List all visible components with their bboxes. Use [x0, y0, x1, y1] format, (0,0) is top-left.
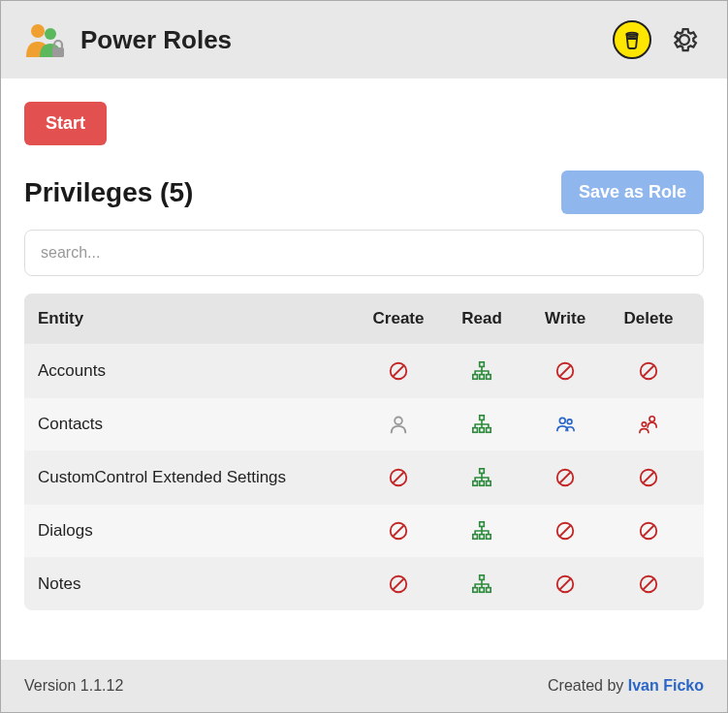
priv-read-cell[interactable] — [440, 520, 523, 542]
priv-create-cell[interactable] — [357, 414, 440, 435]
privileges-table: Entity Create Read Write Delete Accounts… — [24, 294, 704, 610]
table-header-row: Entity Create Read Write Delete — [24, 294, 704, 344]
priv-write-cell[interactable] — [523, 520, 607, 542]
svg-line-33 — [644, 473, 654, 483]
priv-none-icon — [638, 360, 659, 382]
priv-read-cell[interactable] — [440, 467, 523, 488]
start-button[interactable]: Start — [24, 102, 107, 145]
priv-create-cell[interactable] — [357, 467, 440, 488]
priv-org-icon — [471, 520, 492, 542]
svg-rect-7 — [480, 362, 485, 367]
app-header: Power Roles — [1, 1, 727, 78]
created-by: Created by Ivan Ficko — [548, 677, 704, 695]
svg-line-41 — [560, 526, 571, 537]
svg-rect-17 — [473, 428, 478, 433]
svg-line-51 — [560, 579, 571, 590]
col-header-create: Create — [373, 309, 425, 328]
entity-name: Accounts — [38, 361, 357, 381]
header-actions — [613, 20, 704, 59]
svg-rect-36 — [480, 522, 485, 527]
svg-rect-27 — [473, 481, 478, 486]
priv-read-cell[interactable] — [440, 414, 523, 435]
author-link[interactable]: Ivan Ficko — [628, 677, 704, 694]
entity-name: CustomControl Extended Settings — [38, 468, 357, 487]
priv-write-cell[interactable] — [523, 360, 607, 382]
priv-delete-cell[interactable] — [607, 467, 690, 488]
col-header-entity: Entity — [38, 309, 357, 328]
svg-rect-19 — [487, 428, 491, 433]
priv-delete-cell[interactable] — [607, 520, 690, 542]
svg-rect-16 — [480, 416, 485, 420]
svg-line-6 — [394, 366, 404, 377]
svg-point-22 — [649, 417, 655, 422]
svg-rect-48 — [480, 588, 485, 593]
svg-rect-26 — [480, 469, 485, 474]
priv-read-cell[interactable] — [440, 360, 523, 382]
app-root: Power Roles Start Privileges (5) Save — [0, 0, 728, 713]
priv-user-icon — [388, 414, 409, 435]
svg-rect-9 — [480, 375, 485, 380]
priv-create-cell[interactable] — [357, 520, 440, 542]
priv-write-cell[interactable] — [523, 414, 607, 435]
cup-icon — [621, 29, 643, 50]
svg-line-35 — [394, 526, 404, 537]
svg-rect-39 — [487, 535, 491, 540]
svg-rect-47 — [473, 588, 478, 593]
settings-button[interactable] — [665, 20, 704, 59]
svg-point-0 — [31, 24, 45, 38]
svg-point-21 — [567, 419, 572, 424]
gear-icon — [670, 25, 699, 54]
priv-org-icon — [471, 467, 492, 488]
svg-point-20 — [559, 418, 565, 423]
col-header-write: Write — [545, 309, 586, 328]
svg-point-23 — [642, 422, 646, 426]
table-row: Dialogs — [24, 504, 704, 557]
priv-none-icon — [554, 360, 576, 382]
version-label: Version 1.1.12 — [24, 677, 123, 695]
app-logo-icon — [24, 20, 67, 59]
table-row: Accounts — [24, 344, 704, 397]
priv-write-cell[interactable] — [523, 467, 607, 488]
priv-none-icon — [388, 520, 409, 542]
svg-rect-29 — [487, 481, 491, 486]
svg-rect-49 — [487, 588, 491, 593]
col-header-read: Read — [461, 309, 502, 328]
priv-delete-cell[interactable] — [607, 414, 690, 435]
priv-delete-cell[interactable] — [607, 360, 690, 382]
priv-none-icon — [638, 467, 659, 488]
priv-org-icon — [471, 414, 492, 435]
priv-none-icon — [554, 467, 576, 488]
entity-name: Contacts — [38, 415, 357, 434]
svg-rect-37 — [473, 535, 478, 540]
table-row: Notes — [24, 557, 704, 610]
table-row: Contacts — [24, 397, 704, 450]
priv-bu-icon — [554, 414, 576, 435]
priv-create-cell[interactable] — [357, 574, 440, 595]
priv-none-icon — [388, 574, 409, 595]
priv-delete-cell[interactable] — [607, 574, 690, 595]
priv-read-cell[interactable] — [440, 574, 523, 595]
svg-line-53 — [644, 579, 654, 590]
priv-none-icon — [554, 520, 576, 542]
col-header-delete: Delete — [623, 309, 673, 328]
donate-button[interactable] — [613, 20, 651, 59]
priv-none-icon — [554, 574, 576, 595]
svg-rect-28 — [480, 481, 485, 486]
priv-write-cell[interactable] — [523, 574, 607, 595]
priv-none-icon — [638, 574, 659, 595]
svg-line-14 — [644, 366, 654, 377]
priv-none-icon — [388, 467, 409, 488]
section-title-row: Privileges (5) Save as Role — [24, 170, 704, 214]
svg-rect-18 — [480, 428, 485, 433]
svg-line-25 — [394, 473, 404, 483]
svg-rect-8 — [473, 375, 478, 380]
app-footer: Version 1.1.12 Created by Ivan Ficko — [1, 660, 727, 712]
save-as-role-button[interactable]: Save as Role — [561, 170, 704, 214]
svg-line-45 — [394, 579, 404, 590]
svg-line-12 — [560, 366, 571, 377]
search-input[interactable] — [24, 230, 704, 276]
svg-rect-4 — [627, 37, 636, 40]
priv-create-cell[interactable] — [357, 360, 440, 382]
svg-point-15 — [395, 417, 402, 424]
entity-name: Dialogs — [38, 521, 357, 541]
